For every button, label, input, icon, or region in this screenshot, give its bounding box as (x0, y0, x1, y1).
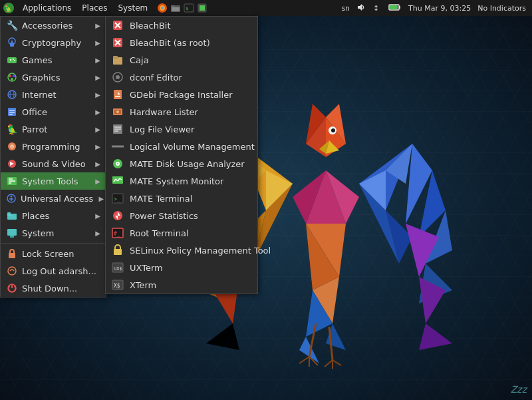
system-icon (6, 227, 18, 239)
xterm-icon: X$ (111, 278, 124, 292)
parrot-logo[interactable]: 🦜 (1, 1, 16, 15)
no-indicators[interactable]: No Indicators (475, 4, 528, 13)
logout-icon (6, 265, 18, 277)
games-icon (6, 54, 18, 66)
svg-point-139 (117, 163, 118, 164)
menu-item-universal-access[interactable]: Universal Access ▶ (1, 190, 106, 207)
svg-text:>_: >_ (114, 196, 120, 202)
taskbar-places[interactable]: Places (76, 0, 112, 16)
svg-text:🦜: 🦜 (5, 4, 13, 13)
volume-icon[interactable] (354, 3, 368, 13)
accessories-icon: 🔧 (6, 19, 18, 31)
firefox-icon[interactable] (156, 1, 169, 15)
submenu-mate-terminal[interactable]: >_ MATE Terminal (106, 190, 257, 207)
menu-item-games[interactable]: Games ▶ (1, 51, 106, 69)
terminal-icon[interactable]: $ _ (182, 1, 196, 15)
submenu-caja[interactable]: Caja (106, 51, 257, 69)
submenu-bleachbit-root[interactable]: BleachBit (as root) (106, 34, 257, 51)
menu-item-programming[interactable]: ⚙ Programming ▶ (1, 138, 106, 155)
taskbar-left: 🦜 Applications Places System (0, 0, 209, 16)
graphics-icon (6, 71, 18, 83)
mate-terminal-icon: >_ (111, 192, 124, 205)
svg-rect-56 (172, 7, 180, 11)
submenu-bleachbit[interactable]: BleachBit (106, 17, 257, 34)
submenu-dconf[interactable]: dconf Editor (106, 69, 257, 86)
internet-label: Internet (22, 90, 90, 100)
menu-item-shutdown[interactable]: Shut Down... (1, 280, 106, 297)
places-arrow: ▶ (95, 212, 100, 220)
xterm-label: XTerm (130, 280, 156, 290)
parrot-label: Parrot (22, 124, 90, 134)
submenu-xterm[interactable]: X$ XTerm (106, 276, 257, 294)
taskbar: 🦜 Applications Places System (0, 0, 532, 16)
parrot-icon: 🦜 (6, 123, 18, 135)
filemanager-icon[interactable] (169, 1, 182, 15)
accessories-label: Accessories (22, 21, 90, 31)
menu-item-sound-video[interactable]: Sound & Video ▶ (1, 155, 106, 172)
parrot-arrow: ▶ (95, 126, 100, 133)
submenu-log-viewer[interactable]: Log File Viewer (106, 120, 257, 138)
gdebi-icon (111, 88, 124, 101)
submenu-selinux[interactable]: SELinux Policy Management Tool (106, 242, 257, 259)
mate-disk-icon (111, 157, 124, 170)
menu-item-lock-screen[interactable]: Lock Screen (1, 245, 106, 262)
network-icon[interactable]: ↕ (370, 3, 384, 13)
uxterm-label: UXTerm (130, 263, 163, 273)
root-terminal-icon: #_ (111, 226, 124, 240)
svg-point-87 (11, 78, 13, 81)
svg-point-10 (331, 128, 335, 132)
taskbar-applications[interactable]: Applications (17, 0, 76, 16)
activity-icon[interactable] (196, 1, 209, 15)
svg-line-44 (332, 360, 341, 365)
svg-point-82 (13, 59, 14, 60)
submenu-lvm[interactable]: Logical Volume Management (106, 138, 257, 155)
submenu-root-terminal[interactable]: #_ Root Terminal (106, 224, 257, 242)
mate-monitor-icon (111, 174, 124, 188)
menu-item-places[interactable]: Places ▶ (1, 207, 106, 224)
system-tools-submenu: BleachBit BleachBit (as root) Caja dconf… (105, 16, 258, 294)
menu-item-internet[interactable]: Internet ▶ (1, 86, 106, 103)
menu-item-system-tools[interactable]: System Tools ▶ (1, 172, 106, 190)
battery-icon[interactable] (386, 3, 404, 13)
menu-item-logout[interactable]: Log Out adarsh... (1, 262, 106, 280)
office-icon (6, 106, 18, 118)
places-icon (6, 210, 18, 222)
sound-video-label: Sound & Video (22, 159, 90, 169)
submenu-mate-monitor[interactable]: MATE System Monitor (106, 172, 257, 190)
applications-menu: 🔧 Accessories ▶ Cryptography ▶ Games ▶ G… (0, 16, 106, 298)
submenu-gdebi[interactable]: GDebi Package Installer (106, 86, 257, 103)
keyboard-indicator[interactable]: sn (339, 4, 352, 13)
cryptography-label: Cryptography (22, 38, 90, 48)
taskbar-system[interactable]: System (112, 0, 153, 16)
shutdown-label: Shut Down... (22, 284, 100, 294)
datetime[interactable]: Thu Mar 9, 03:25 (406, 4, 473, 13)
internet-arrow: ▶ (95, 91, 100, 99)
svg-rect-79 (7, 57, 17, 63)
dconf-icon (111, 71, 124, 84)
root-terminal-label: Root Terminal (130, 228, 189, 238)
power-stats-label: Power Statistics (130, 211, 198, 221)
cryptography-icon (6, 37, 18, 49)
menu-item-graphics[interactable]: Graphics ▶ (1, 69, 106, 86)
bleachbit-root-label: BleachBit (as root) (130, 38, 210, 48)
svg-text:⚙: ⚙ (9, 144, 14, 150)
submenu-hardware-lister[interactable]: Hardware Lister (106, 103, 257, 120)
mate-monitor-label: MATE System Monitor (130, 176, 223, 186)
submenu-uxterm[interactable]: UX$ UXTerm (106, 259, 257, 276)
menu-item-accessories[interactable]: 🔧 Accessories ▶ (1, 17, 106, 34)
games-arrow: ▶ (95, 57, 100, 64)
submenu-power-stats[interactable]: Power Statistics (106, 207, 257, 224)
system-tools-icon (6, 175, 18, 187)
programming-icon: ⚙ (6, 140, 18, 152)
svg-text:↕: ↕ (373, 4, 379, 11)
hardware-lister-icon (111, 105, 124, 118)
sound-icon (6, 158, 18, 170)
svg-text:UX$: UX$ (114, 266, 122, 272)
menu-item-cryptography[interactable]: Cryptography ▶ (1, 34, 106, 51)
office-arrow: ▶ (95, 108, 100, 116)
menu-item-office[interactable]: Office ▶ (1, 103, 106, 120)
menu-item-parrot[interactable]: 🦜 Parrot ▶ (1, 120, 106, 138)
submenu-mate-disk[interactable]: MATE Disk Usage Analyzer (106, 155, 257, 172)
universal-access-label: Universal Access (21, 194, 93, 204)
menu-item-system[interactable]: System ▶ (1, 224, 106, 242)
